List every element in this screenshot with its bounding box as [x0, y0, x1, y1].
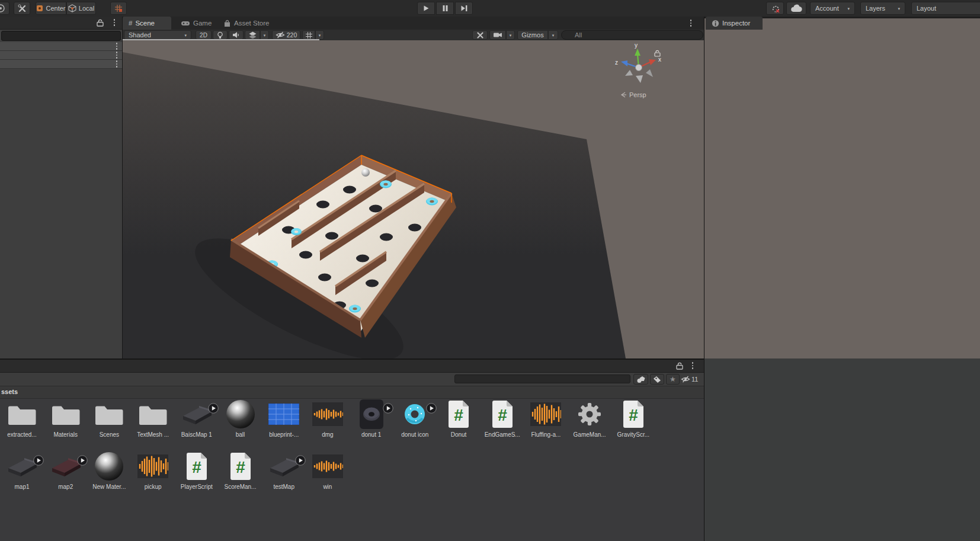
scene-lighting-button[interactable]	[213, 30, 228, 40]
kebab-menu-icon[interactable]	[688, 19, 694, 27]
kebab-menu-icon[interactable]	[114, 42, 120, 50]
kebab-menu-icon[interactable]	[114, 60, 120, 68]
left-panel-row[interactable]	[0, 42, 122, 51]
scene-effects-button[interactable]	[245, 30, 260, 40]
asset-item[interactable]: GameMan...	[569, 398, 610, 438]
kebab-menu-icon[interactable]	[690, 361, 696, 370]
chevron-down-icon: ▾	[510, 33, 512, 37]
asset-item[interactable]: map2	[45, 450, 87, 490]
sphere-thumb	[220, 398, 261, 430]
asset-item[interactable]: pickup	[132, 450, 174, 490]
toggle-2d-button[interactable]: 2D	[196, 30, 212, 40]
asset-label: win	[307, 484, 348, 490]
kebab-menu-icon[interactable]	[114, 51, 120, 59]
asset-item[interactable]: testMap	[263, 450, 305, 490]
asset-item[interactable]: #GravityScr...	[613, 398, 654, 438]
left-panel-row[interactable]	[0, 51, 122, 60]
lock-icon[interactable]	[97, 19, 104, 27]
chevron-down-icon: ▾	[552, 33, 555, 37]
svg-text:#: #	[192, 458, 201, 476]
svg-text:#: #	[236, 458, 245, 476]
shading-mode-dropdown[interactable]: Shaded ▾	[124, 30, 191, 40]
asset-item[interactable]: blueprint-...	[263, 398, 305, 438]
scene-audio-button[interactable]	[229, 30, 244, 40]
play-preview-icon[interactable]	[208, 403, 219, 416]
collab-button[interactable]	[766, 2, 784, 15]
axis-z-label: z	[615, 59, 618, 66]
chevron-down-icon: ▾	[264, 33, 266, 37]
pause-button[interactable]	[436, 2, 454, 15]
scene-tools-button[interactable]	[472, 30, 488, 40]
tab-asset-store[interactable]: Asset Store	[217, 17, 275, 30]
chevron-down-icon: ▾	[847, 7, 850, 11]
hidden-count-button[interactable]: 11	[681, 374, 702, 385]
scene-viewport[interactable]: y x z Persp	[123, 40, 704, 358]
inspector-bottom-area	[704, 358, 980, 541]
scene-effects-dropdown[interactable]: ▾	[260, 30, 269, 40]
asset-item[interactable]: donut 1	[351, 398, 392, 438]
gizmos-dropdown-arrow[interactable]: ▾	[548, 30, 558, 40]
map-thumb	[263, 450, 305, 482]
pivot-local-button[interactable]: Local	[66, 2, 96, 15]
play-preview-icon[interactable]	[33, 455, 44, 468]
asset-item[interactable]: #Donut	[438, 398, 479, 438]
scene-search-input[interactable]	[561, 30, 703, 40]
custom-tools-button[interactable]	[14, 2, 30, 15]
layout-label: Layout	[917, 5, 936, 12]
layout-dropdown[interactable]: Layout	[911, 2, 980, 15]
left-panel-row[interactable]	[0, 60, 122, 69]
asset-labels-button[interactable]	[633, 374, 648, 385]
step-button[interactable]	[455, 2, 473, 15]
scene-camera-button[interactable]	[489, 30, 506, 40]
cloud-button[interactable]	[786, 2, 806, 15]
favorite-button[interactable]: ★	[666, 374, 680, 385]
asset-item[interactable]: Scenes	[88, 398, 130, 438]
asset-item[interactable]: map1	[1, 450, 43, 490]
asset-item[interactable]: ball	[220, 398, 261, 438]
asset-item[interactable]: #EndGameS...	[482, 398, 523, 438]
asset-item[interactable]: Materials	[45, 398, 87, 438]
project-search-input[interactable]	[454, 374, 630, 383]
scene-grid-dropdown[interactable]: ▾	[315, 30, 324, 40]
kebab-menu-icon[interactable]	[111, 18, 117, 27]
grid-snap-button[interactable]	[110, 2, 127, 15]
projection-toggle[interactable]: Persp	[620, 91, 662, 98]
scene-camera-dropdown[interactable]: ▾	[506, 30, 515, 40]
gizmos-dropdown[interactable]: Gizmos	[517, 30, 548, 40]
breadcrumb[interactable]: ssets	[1, 388, 18, 395]
asset-item[interactable]: New Mater...	[88, 450, 130, 490]
tool-button-partial[interactable]	[0, 2, 9, 15]
asset-item[interactable]: dmg	[307, 398, 348, 438]
account-dropdown[interactable]: Account ▾	[810, 2, 855, 15]
play-preview-icon[interactable]	[77, 455, 88, 468]
step-icon	[461, 5, 467, 11]
asset-item[interactable]: extracted...	[1, 398, 43, 438]
play-button[interactable]	[417, 2, 435, 15]
left-panel-field[interactable]	[1, 31, 121, 41]
tab-inspector[interactable]: Inspector	[706, 17, 763, 30]
asset-tag-button[interactable]	[650, 374, 664, 385]
play-preview-icon[interactable]	[426, 403, 437, 416]
gizmo-lock-icon[interactable]	[654, 50, 661, 57]
tab-game[interactable]: Game	[175, 17, 217, 30]
orientation-gizmo[interactable]: y x z	[613, 41, 670, 98]
tab-scene[interactable]: # Scene	[123, 17, 171, 30]
script-thumb: #	[220, 450, 261, 482]
play-preview-icon[interactable]	[295, 455, 306, 468]
asset-item[interactable]: BaiscMap 1	[176, 398, 217, 438]
asset-item[interactable]: donut icon	[394, 398, 435, 438]
asset-item[interactable]: win	[307, 450, 348, 490]
play-preview-icon[interactable]	[383, 403, 393, 416]
asset-item[interactable]: TextMesh ...	[132, 398, 174, 438]
pivot-center-button[interactable]: Center	[36, 2, 66, 15]
scene-grid-button[interactable]	[302, 30, 315, 40]
asset-item[interactable]: #ScoreMan...	[220, 450, 261, 490]
layers-dropdown[interactable]: Layers ▾	[860, 2, 905, 15]
scene-visibility-button[interactable]: 220	[272, 30, 300, 40]
tab-asset-store-label: Asset Store	[234, 20, 269, 27]
projection-label: Persp	[629, 91, 646, 98]
inspector-panel: Inspector	[704, 17, 980, 541]
asset-item[interactable]: Fluffing-a...	[525, 398, 566, 438]
asset-item[interactable]: #PlayerScript	[176, 450, 217, 490]
lock-icon[interactable]	[676, 362, 683, 370]
